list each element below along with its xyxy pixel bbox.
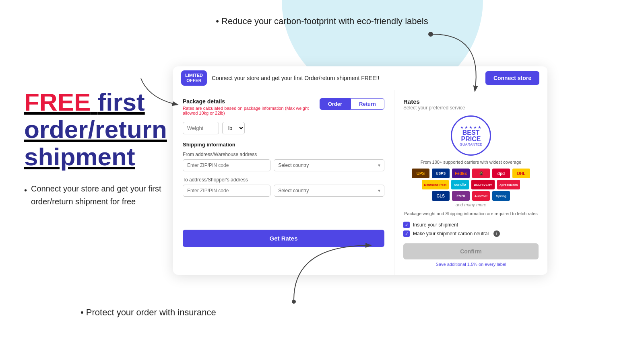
carrier-fedex: FedEx xyxy=(452,169,470,178)
carrier-gls: GLS xyxy=(432,191,450,201)
svg-point-0 xyxy=(292,300,296,304)
arrow-top xyxy=(137,74,185,111)
carbon-checkbox[interactable] xyxy=(403,230,410,237)
carrier-delhivery: DELHIVERY xyxy=(471,180,495,189)
from-address-row: Select country xyxy=(183,159,384,171)
unit-select[interactable]: lb kg xyxy=(222,122,245,134)
best-price-section: ★★★★★ BEST PRICE GUARANTEE From 100+ sup… xyxy=(403,115,539,165)
to-zip-input[interactable] xyxy=(183,185,270,197)
carrier-xpress: XpressBees xyxy=(497,180,520,189)
top-bullet-text: Reduce your carbon-footprint with eco-fr… xyxy=(221,16,428,26)
bottom-bullet-point: • Protect your order with insurance xyxy=(80,307,216,318)
right-panel: Rates Select your preferred service ★★★★… xyxy=(394,90,547,275)
carrier-logos-row3: GLS EVRI AusPost Spring xyxy=(403,191,539,201)
carrier-evri: EVRI xyxy=(452,191,470,201)
offer-text: Connect your store and get your first Or… xyxy=(212,75,379,81)
hero-bullet-text: Connect your store and get your first or… xyxy=(31,182,193,208)
from-address-label: From address/Warehouse address xyxy=(183,152,384,157)
bottom-bullet-text: Protect your order with insurance xyxy=(86,307,216,317)
arrow-bottom xyxy=(274,213,394,314)
weight-row: lb kg xyxy=(183,122,384,134)
insure-label: Insure your shipment xyxy=(413,222,458,228)
bottom-bullet-icon: • xyxy=(80,307,84,317)
from-zip-input[interactable] xyxy=(183,159,270,171)
carrier-dpd: dpd xyxy=(492,169,510,178)
carrier-spring: Spring xyxy=(492,191,510,201)
from-country-select[interactable]: Select country xyxy=(274,159,384,171)
carrier-ninja: 🥷 xyxy=(472,169,490,178)
and-many-more: and many more xyxy=(403,202,539,207)
hero-line3: shipment xyxy=(24,143,135,171)
info-icon: i xyxy=(493,230,500,237)
carrier-deutsche: Deutsche Post xyxy=(422,180,449,189)
package-details-sub: Rates are calculated based on package in… xyxy=(183,106,320,115)
badge-line2: OFFER xyxy=(185,78,203,83)
hero-bullet-dot: • xyxy=(24,184,27,208)
save-additional-text: Save additional 1.5% on every label xyxy=(403,262,539,267)
badge-guarantee: GUARANTEE xyxy=(460,142,482,146)
carrier-usps: USPS xyxy=(432,169,450,178)
badge-line1: LIMITED xyxy=(185,73,203,78)
arrow-top-right xyxy=(411,22,491,103)
insure-checkbox[interactable] xyxy=(403,222,410,228)
carrier-logos-row1: UPS USPS FedEx 🥷 dpd DHL xyxy=(403,169,539,178)
to-address-label: To address/Shopper's address xyxy=(183,177,384,183)
order-return-tabs: Order Return xyxy=(320,98,384,110)
hero-line2: order/return xyxy=(24,115,167,143)
top-bullet-point: • Reduce your carbon-footprint with eco-… xyxy=(80,16,564,27)
to-country-wrap: Select country xyxy=(274,185,384,197)
carbon-label: Make your shipment carbon neutral xyxy=(413,231,489,237)
carrier-logos-row2: Deutsche Post sendlo DELHIVERY XpressBee… xyxy=(403,180,539,189)
to-country-select[interactable]: Select country xyxy=(274,185,384,197)
insure-checkbox-row: Insure your shipment xyxy=(403,222,539,228)
weight-input[interactable] xyxy=(183,122,219,134)
calc-note: Rates are calculated based on package in… xyxy=(183,106,284,111)
rates-subtitle: Select your preferred service xyxy=(403,105,539,111)
confirm-button[interactable]: Confirm xyxy=(403,243,539,259)
app-topbar: LIMITED OFFER Connect your store and get… xyxy=(173,66,547,90)
topbar-left: LIMITED OFFER Connect your store and get… xyxy=(181,70,379,86)
hero-free-word: FREE xyxy=(24,88,91,116)
svg-point-1 xyxy=(428,32,433,37)
carriers-subtitle: From 100+ supported carriers with widest… xyxy=(403,160,539,165)
tab-order[interactable]: Order xyxy=(320,98,351,110)
rates-note: Package weight and Shipping information … xyxy=(403,211,539,216)
badge-price: PRICE xyxy=(461,136,481,142)
carrier-aus: AusPost xyxy=(472,191,490,201)
best-price-badge: ★★★★★ BEST PRICE GUARANTEE xyxy=(451,115,491,156)
connect-store-button[interactable]: Connect store xyxy=(485,71,539,85)
shipping-info-title: Shipping information xyxy=(183,142,384,148)
carrier-dhl: DHL xyxy=(512,169,530,178)
hero-bullet: • Connect your store and get your first … xyxy=(24,182,193,208)
to-address-row: Select country xyxy=(183,185,384,197)
from-country-wrap: Select country xyxy=(274,159,384,171)
package-details-section: Package details Rates are calculated bas… xyxy=(183,98,320,120)
tab-return[interactable]: Return xyxy=(351,98,384,110)
carrier-ups: UPS xyxy=(412,169,429,178)
top-bullet-icon: • xyxy=(216,16,219,26)
badge-best: BEST xyxy=(462,130,480,136)
carrier-sendlo: sendlo xyxy=(451,180,469,189)
package-details-title: Package details xyxy=(183,98,320,105)
carbon-checkbox-row: Make your shipment carbon neutral i xyxy=(403,230,539,237)
